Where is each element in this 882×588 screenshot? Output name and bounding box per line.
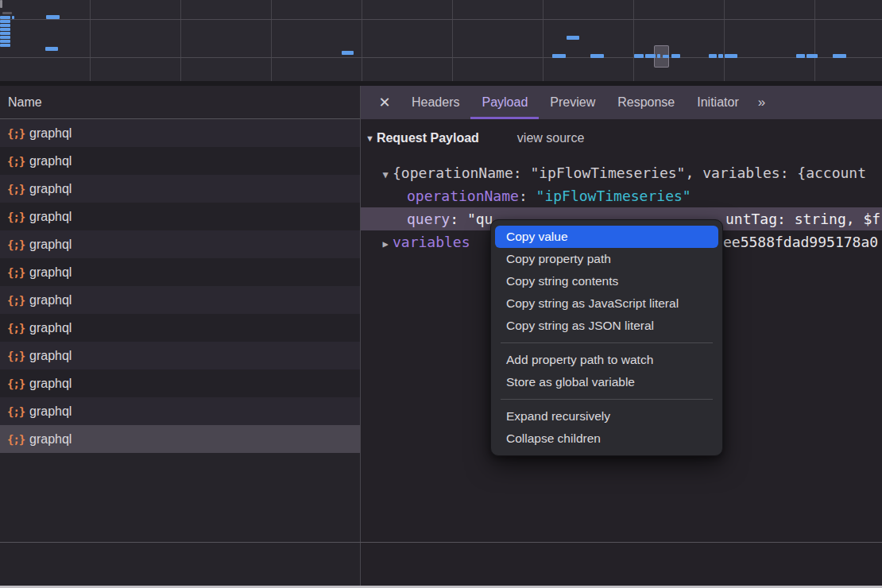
request-name: graphql (29, 182, 72, 196)
request-list-panel: Name {;} graphql {;} graphql {;} graphql… (0, 86, 360, 588)
request-bar (634, 54, 644, 58)
network-request-row[interactable]: {;} graphql (0, 342, 360, 369)
request-name: graphql (29, 349, 72, 363)
request-bar (709, 54, 717, 58)
fetch-json-icon: {;} (7, 183, 29, 195)
network-overview-timeline[interactable] (0, 0, 882, 81)
fetch-json-icon: {;} (7, 405, 29, 418)
request-bar (0, 40, 10, 43)
request-bar (12, 16, 14, 19)
request-bar (718, 54, 723, 58)
menu-separator (501, 399, 713, 400)
tab-headers[interactable]: Headers (400, 86, 470, 119)
network-request-row[interactable]: {;} graphql (0, 230, 360, 258)
network-request-row[interactable]: {;} graphql (0, 258, 360, 286)
menu-item-copy-value[interactable]: Copy value (495, 226, 718, 248)
name-column-header[interactable]: Name (0, 86, 360, 119)
collapse-triangle-icon[interactable]: ▶ (378, 233, 393, 253)
request-bar (0, 32, 10, 35)
property-value-fragment: ee5588fdad995178a0 (723, 230, 878, 253)
menu-item-expand-recursively[interactable]: Expand recursively (495, 405, 718, 427)
timeline-gridline (633, 0, 634, 81)
section-expand-triangle-icon[interactable]: ▼ (366, 133, 374, 143)
property-key: operationName (407, 188, 519, 204)
property-string-value: "ipFlowTimeseries" (536, 188, 691, 204)
request-name: graphql (29, 377, 72, 391)
menu-item-add-property-path-to-watch[interactable]: Add property path to watch (495, 349, 718, 371)
timeline-gridline (0, 19, 882, 20)
property-key: query (407, 211, 450, 227)
timeline-gridline (814, 0, 815, 81)
devtools-network-panel: Name {;} graphql {;} graphql {;} graphql… (0, 0, 882, 588)
network-request-row[interactable]: {;} graphql (0, 314, 360, 342)
close-icon[interactable]: ✕ (369, 86, 400, 119)
request-bar (342, 51, 354, 55)
request-payload-section-header[interactable]: ▼ Request Payload view source (366, 131, 584, 145)
fetch-json-icon: {;} (7, 350, 29, 362)
network-request-row[interactable]: {;} graphql (0, 147, 360, 175)
key-separator: : (450, 211, 467, 227)
property-value-fragment: "qu (467, 211, 493, 227)
fetch-json-icon: {;} (7, 433, 29, 446)
request-bar (833, 54, 846, 58)
request-name: graphql (29, 210, 72, 224)
payload-operationname-row[interactable]: operationName: "ipFlowTimeseries" (361, 184, 882, 207)
request-bar (796, 54, 805, 58)
network-request-row[interactable]: {;} graphql (0, 397, 360, 425)
expand-triangle-icon[interactable]: ▼ (378, 164, 393, 184)
request-name: graphql (29, 126, 72, 141)
request-name: graphql (29, 432, 72, 447)
summary-bar-divider (0, 542, 882, 543)
menu-item-copy-string-contents[interactable]: Copy string contents (495, 270, 718, 292)
fetch-json-icon: {;} (7, 238, 29, 251)
object-preview-text: {operationName: "ipFlowTimeseries", vari… (393, 164, 866, 181)
request-bar (0, 44, 10, 47)
menu-item-collapse-children[interactable]: Collapse children (495, 427, 718, 450)
fetch-json-icon: {;} (7, 377, 29, 390)
timeline-gridline (362, 0, 362, 81)
timeline-gridline (0, 57, 882, 58)
tab-payload[interactable]: Payload (470, 86, 539, 119)
network-request-row[interactable]: {;} graphql (0, 119, 360, 147)
request-bar (663, 55, 669, 58)
timeline-gridline (543, 0, 544, 81)
panel-resize-divider[interactable] (360, 86, 361, 586)
timeline-gridline (724, 0, 725, 81)
timeline-gridline (180, 0, 181, 81)
request-name: graphql (29, 238, 72, 252)
request-bar (657, 54, 660, 58)
more-tabs-chevron-icon[interactable]: » (750, 86, 772, 119)
fetch-json-icon: {;} (7, 211, 29, 223)
menu-item-store-as-global-variable[interactable]: Store as global variable (495, 371, 718, 393)
view-source-link[interactable]: view source (517, 131, 584, 145)
network-request-row[interactable]: {;} graphql (0, 286, 360, 314)
request-bar (0, 28, 10, 31)
fetch-json-icon: {;} (7, 127, 29, 140)
detail-tab-bar: ✕ Headers Payload Preview Response Initi… (361, 86, 882, 119)
property-value-fragment: untTag: string, $f (725, 207, 880, 230)
fetch-json-icon: {;} (7, 266, 29, 279)
section-title: Request Payload (377, 131, 479, 145)
request-bar (0, 0, 2, 8)
network-request-row[interactable]: {;} graphql (0, 369, 360, 397)
tab-preview[interactable]: Preview (539, 86, 606, 119)
property-key: variables (393, 234, 470, 250)
context-menu: Copy value Copy property path Copy strin… (490, 219, 723, 456)
menu-item-copy-string-js-literal[interactable]: Copy string as JavaScript literal (495, 292, 718, 315)
payload-root-row[interactable]: ▼{operationName: "ipFlowTimeseries", var… (361, 161, 882, 184)
request-name: graphql (29, 321, 72, 335)
request-bar (45, 47, 58, 51)
tab-response[interactable]: Response (606, 86, 686, 119)
network-request-row[interactable]: {;} graphql (0, 203, 360, 230)
fetch-json-icon: {;} (7, 322, 29, 335)
tab-initiator[interactable]: Initiator (686, 86, 749, 119)
request-bar (567, 36, 579, 40)
menu-item-copy-string-json-literal[interactable]: Copy string as JSON literal (495, 315, 718, 337)
request-bar (645, 54, 656, 58)
timeline-gridline (90, 0, 91, 81)
menu-item-copy-property-path[interactable]: Copy property path (495, 248, 718, 270)
network-request-row[interactable]: {;} graphql (0, 175, 360, 203)
request-bar (0, 20, 10, 23)
network-request-row-selected[interactable]: {;} graphql (0, 425, 360, 453)
fetch-json-icon: {;} (7, 294, 29, 307)
